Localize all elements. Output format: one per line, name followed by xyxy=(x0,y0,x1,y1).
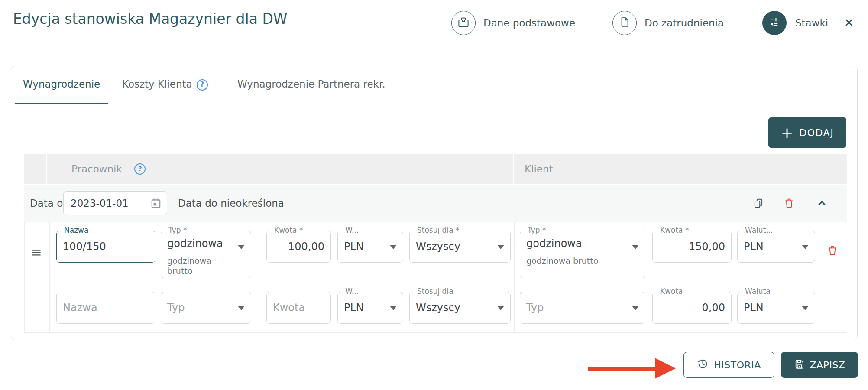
step-label-stawki: Stawki xyxy=(795,11,828,35)
save-button[interactable]: ZAPISZ xyxy=(781,352,858,378)
chevron-down-icon xyxy=(632,245,639,249)
trash-icon[interactable] xyxy=(827,245,838,256)
chevron-up-icon[interactable] xyxy=(816,198,827,209)
save-icon xyxy=(794,359,805,371)
document-icon xyxy=(619,16,631,30)
employee-currency-select[interactable]: W... PLN xyxy=(337,292,403,324)
chevron-down-icon xyxy=(390,245,397,249)
rate-row: Nazwa Typ Kwota W... PLN xyxy=(25,283,847,332)
calendar-icon xyxy=(150,198,162,209)
client-amount-field[interactable]: Kwota * 150,00 xyxy=(652,231,732,263)
employee-amount-field[interactable]: Kwota xyxy=(266,292,331,324)
history-button[interactable]: HISTORIA xyxy=(683,352,774,378)
help-icon[interactable]: ? xyxy=(197,79,208,91)
chevron-down-icon xyxy=(238,245,245,249)
name-field[interactable]: Nazwa xyxy=(56,292,155,324)
plus-icon: + xyxy=(781,125,794,140)
briefcase-icon xyxy=(457,16,470,30)
period-row: Data od 2023-01-01 Data do nieokreślona xyxy=(24,185,847,222)
date-from-input[interactable]: 2023-01-01 xyxy=(63,191,167,215)
step-do-zatrudnienia[interactable] xyxy=(612,11,637,35)
rates-card: Wynagrodzenie Koszty Klienta? Wynagrodze… xyxy=(11,66,858,340)
employee-currency-select[interactable]: W... PLN xyxy=(337,231,403,263)
calculator-icon xyxy=(768,16,781,30)
chevron-down-icon xyxy=(802,245,809,249)
apply-to-select[interactable]: Stosuj dla * Wszyscy xyxy=(409,231,511,263)
date-to-text: Data do nieokreślona xyxy=(178,185,284,222)
header-cell-drag xyxy=(24,154,46,184)
history-icon xyxy=(697,358,709,372)
employee-amount-field[interactable]: Kwota * 100,00 xyxy=(266,231,331,263)
apply-to-select[interactable]: Stosuj dla Wszyscy xyxy=(409,292,511,324)
rates-table: Pracownik ? Klient Data od 2023-01-01 Da… xyxy=(24,154,847,333)
client-currency-select[interactable]: Walut... PLN xyxy=(737,231,815,263)
chevron-down-icon xyxy=(497,306,504,310)
rate-row: Nazwa 100/150 Typ * godzinowa godzinowa … xyxy=(25,222,847,283)
header-cell-client xyxy=(514,154,847,184)
employee-type-select[interactable]: Typ * godzinowa godzinowa brutto xyxy=(161,231,251,278)
chevron-down-icon xyxy=(497,245,504,249)
step-connector xyxy=(586,23,605,23)
client-currency-select[interactable]: Waluta PLN xyxy=(737,292,815,324)
client-amount-field[interactable]: Kwota 0,00 xyxy=(652,292,732,324)
name-field[interactable]: Nazwa 100/150 xyxy=(56,231,155,263)
client-type-select[interactable]: Typ * godzinowa godzinowa brutto xyxy=(520,231,645,278)
column-label-client: Klient xyxy=(525,154,553,184)
dialog-header: Edycja stanowiska Magazynier dla DW Dane… xyxy=(0,0,868,50)
step-dane-podstawowe[interactable] xyxy=(451,11,476,35)
add-button[interactable]: + DODAJ xyxy=(768,117,846,148)
chevron-down-icon xyxy=(802,306,809,310)
table-header: Pracownik ? Klient xyxy=(24,154,847,184)
step-label-dane-podstawowe: Dane podstawowe xyxy=(483,11,575,35)
page-title: Edycja stanowiska Magazynier dla DW xyxy=(13,10,287,27)
drag-handle-icon[interactable] xyxy=(31,247,42,258)
help-icon[interactable]: ? xyxy=(134,163,146,175)
client-type-select[interactable]: Typ xyxy=(520,292,645,324)
chevron-down-icon xyxy=(390,306,397,310)
rate-rows: Nazwa 100/150 Typ * godzinowa godzinowa … xyxy=(24,222,847,333)
employee-type-select[interactable]: Typ xyxy=(161,292,251,324)
chevron-down-icon xyxy=(238,306,245,310)
step-stawki[interactable] xyxy=(762,11,787,35)
step-label-do-zatrudnienia: Do zatrudnienia xyxy=(645,11,724,35)
tab-koszty-klienta[interactable]: Koszty Klienta? xyxy=(122,66,208,103)
edit-position-dialog: Edycja stanowiska Magazynier dla DW Dane… xyxy=(0,0,868,390)
annotation-arrow-head xyxy=(655,358,676,379)
tab-wynagrodzenie[interactable]: Wynagrodzenie xyxy=(15,66,108,104)
copy-icon[interactable] xyxy=(753,198,764,209)
annotation-arrow xyxy=(588,367,655,370)
close-icon[interactable]: ✕ xyxy=(839,11,858,35)
trash-icon[interactable] xyxy=(784,198,795,209)
chevron-down-icon xyxy=(632,306,639,310)
tab-bar: Wynagrodzenie Koszty Klienta? Wynagrodze… xyxy=(11,66,857,103)
step-connector xyxy=(733,23,752,23)
tab-wynagrodzenie-partnera[interactable]: Wynagrodzenie Partnera rekr. xyxy=(237,66,385,103)
column-label-employee: Pracownik xyxy=(71,154,122,184)
